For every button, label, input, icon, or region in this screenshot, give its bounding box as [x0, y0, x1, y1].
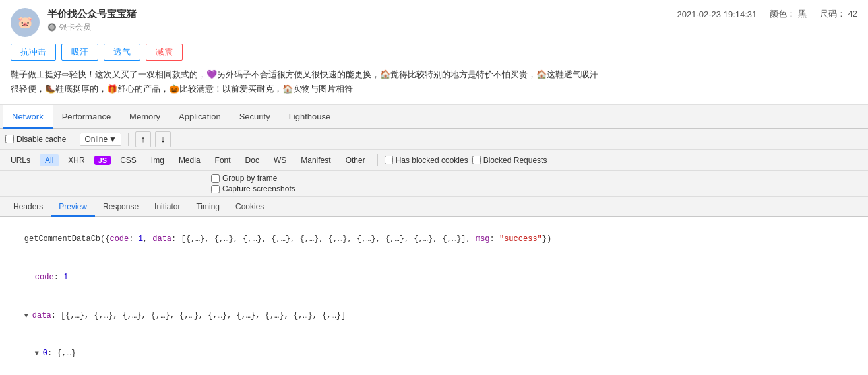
- tab-performance[interactable]: Performance: [53, 105, 120, 129]
- tags-row: 抗冲击 吸汗 透气 减震: [11, 44, 857, 61]
- disable-cache-label: Disable cache: [16, 135, 66, 144]
- badge-label: 银卡会员: [59, 22, 91, 33]
- preview-line-3: ▼data: [{,…}, {,…}, {,…}, {,…}, {,…}, {,…: [5, 296, 863, 335]
- download-icon: ↓: [161, 134, 166, 144]
- upload-btn[interactable]: ↑: [135, 131, 151, 147]
- filter-sep-1: [377, 154, 378, 166]
- capture-screenshots-checkbox[interactable]: [211, 185, 220, 193]
- subtab-headers[interactable]: Headers: [5, 197, 51, 217]
- preview-line-2: code: 1: [5, 259, 863, 297]
- review-section: 🐷 半价找公众号宝宝猪 🔘 银卡会员 2021-02-23 19:14:31 颜…: [0, 0, 868, 105]
- preview-line-5: ▶reputation: {allowShareFlag: "1", cache…: [5, 372, 863, 375]
- order-date: 2021-02-23 19:14:31: [677, 9, 757, 19]
- online-select[interactable]: Online ▼: [80, 133, 121, 146]
- avatar: 🐷: [11, 8, 40, 37]
- filter-row: URLs All XHR JS CSS Img Media Font Doc W…: [0, 150, 868, 171]
- filter-css[interactable]: CSS: [115, 154, 142, 166]
- tab-network[interactable]: Network: [3, 105, 53, 129]
- chevron-icon: ▼: [109, 135, 117, 144]
- subtabs-row: Headers Preview Response Initiator Timin…: [0, 197, 868, 217]
- tab-security[interactable]: Security: [230, 105, 280, 129]
- subtab-response[interactable]: Response: [95, 197, 146, 217]
- filter-media[interactable]: Media: [173, 154, 206, 166]
- toolbar-divider-2: [128, 133, 129, 146]
- toolbar-row: Disable cache Online ▼ ↑ ↓: [0, 129, 868, 150]
- disable-cache-input[interactable]: [5, 135, 14, 143]
- online-label: Online: [84, 135, 108, 144]
- preview-content: getCommentDataCb({code: 1, data: [{,…}, …: [0, 217, 868, 375]
- preview-line-4: ▼0: {,…}: [5, 335, 863, 373]
- upload-icon: ↑: [141, 134, 146, 144]
- capture-screenshots-label[interactable]: Capture screenshots: [211, 184, 295, 193]
- badge-icon: 🔘: [47, 23, 57, 32]
- filter-font[interactable]: Font: [210, 154, 236, 166]
- order-meta: 2021-02-23 19:14:31 颜色： 黑 尺码： 42: [677, 8, 857, 20]
- review-text: 鞋子做工挺好⇨轻快！这次又买了一双相同款式的，💜另外码子不合适很方便又很快速的能…: [11, 67, 604, 96]
- filter-xhr[interactable]: XHR: [63, 154, 90, 166]
- filter-doc[interactable]: Doc: [240, 154, 264, 166]
- devtools-tabs: Network Performance Memory Application S…: [0, 105, 868, 129]
- subtab-initiator[interactable]: Initiator: [146, 197, 188, 217]
- has-blocked-cookies-checkbox[interactable]: [385, 156, 393, 164]
- preview-line-1: getCommentDataCb({code: 1, data: [{,…}, …: [5, 221, 863, 259]
- tag-0[interactable]: 抗冲击: [11, 44, 56, 61]
- subtab-timing[interactable]: Timing: [188, 197, 228, 217]
- tag-3[interactable]: 减震: [146, 44, 183, 61]
- filter-urls[interactable]: URLs: [5, 154, 36, 166]
- order-size: 尺码： 42: [820, 8, 857, 20]
- options-row: Group by frame Capture screenshots: [0, 171, 868, 197]
- tab-lighthouse[interactable]: Lighthouse: [280, 105, 340, 129]
- group-by-frame-label[interactable]: Group by frame: [211, 174, 277, 183]
- group-by-frame-checkbox[interactable]: [211, 174, 220, 183]
- filter-other[interactable]: Other: [340, 154, 371, 166]
- tag-1[interactable]: 吸汗: [61, 44, 98, 61]
- user-info: 半价找公众号宝宝猪 🔘 银卡会员: [47, 8, 669, 33]
- filter-ws[interactable]: WS: [268, 154, 292, 166]
- tag-2[interactable]: 透气: [104, 44, 140, 61]
- user-badge-row: 🔘 银卡会员: [47, 22, 669, 33]
- tab-memory[interactable]: Memory: [120, 105, 170, 129]
- order-color: 颜色： 黑: [770, 8, 807, 20]
- user-row: 🐷 半价找公众号宝宝猪 🔘 银卡会员 2021-02-23 19:14:31 颜…: [11, 8, 857, 37]
- disable-cache-checkbox[interactable]: Disable cache: [5, 135, 66, 144]
- blocked-requests-label[interactable]: Blocked Requests: [472, 156, 547, 165]
- download-btn[interactable]: ↓: [155, 131, 171, 147]
- filter-img[interactable]: Img: [146, 154, 170, 166]
- filter-all[interactable]: All: [40, 154, 59, 166]
- user-name: 半价找公众号宝宝猪: [47, 8, 669, 20]
- subtab-preview[interactable]: Preview: [51, 197, 95, 217]
- filter-manifest[interactable]: Manifest: [295, 154, 336, 166]
- filter-js[interactable]: JS: [94, 156, 111, 165]
- blocked-requests-checkbox[interactable]: [472, 156, 481, 164]
- toolbar-divider-1: [73, 133, 73, 146]
- subtab-cookies[interactable]: Cookies: [228, 197, 272, 217]
- tab-application[interactable]: Application: [170, 105, 230, 129]
- has-blocked-cookies-label[interactable]: Has blocked cookies: [385, 156, 468, 165]
